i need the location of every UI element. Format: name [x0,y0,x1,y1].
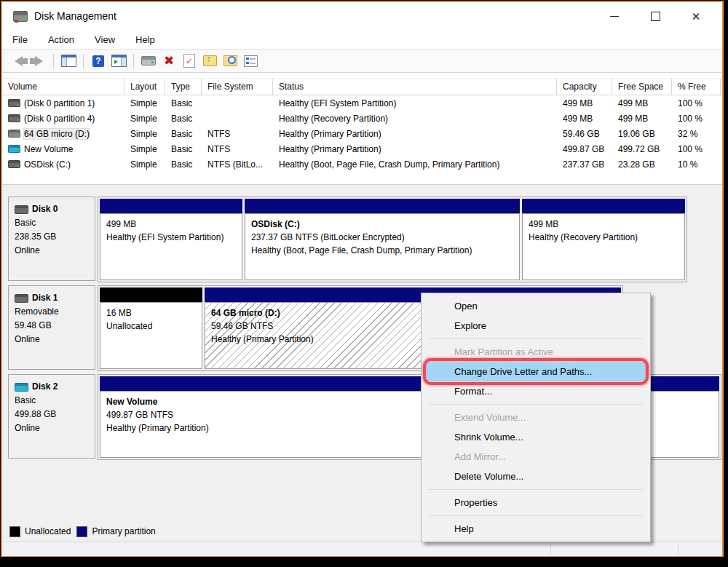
cell-type: Basic [165,126,202,141]
open-folder-icon[interactable]: ↑ [201,52,218,70]
volume-name: OSDisk (C:) [24,159,71,170]
check-document-icon[interactable]: ✓ [181,52,198,70]
menu-view[interactable]: View [95,34,115,45]
table-row[interactable]: (Disk 0 partition 4) Simple Basic Health… [2,111,722,126]
partition-status: Unallocated [106,320,196,333]
column-header-file-system[interactable]: File System [202,79,273,95]
column-header-layout[interactable]: Layout [124,79,165,95]
cell-type: Basic [165,111,202,126]
menu-item-explore[interactable]: Explore [424,316,648,336]
cell-pct-free: 10 % [672,156,721,172]
column-header-pct-free[interactable]: % Free [672,79,721,95]
partition-size: 499 MB [106,218,236,231]
maximize-button[interactable] [635,2,676,30]
menu-item-format[interactable]: Format... [424,381,648,401]
cell-type: Basic [165,95,202,111]
drive-icon [8,130,20,138]
partition-unallocated[interactable]: 16 MB Unallocated [100,288,202,369]
partition-status: Healthy (EFI System Partition) [106,231,236,244]
menu-item-add-mirror: Add Mirror... [424,447,648,467]
column-header-capacity[interactable]: Capacity [557,79,612,95]
menu-item-open[interactable]: Open [424,296,648,316]
disk1-label-panel[interactable]: Disk 1 Removable 59.48 GB Online [8,285,95,370]
rescan-disks-icon[interactable] [140,52,157,70]
disk0-label-panel[interactable]: Disk 0 Basic 238.35 GB Online [8,197,95,281]
volume-name: (Disk 0 partition 1) [24,98,95,108]
partition-efi[interactable]: 499 MB Healthy (EFI System Partition) [100,199,242,280]
menu-item-delete-volume[interactable]: Delete Volume... [424,467,648,486]
context-menu: Open Explore Mark Partition as Active Ch… [421,293,651,542]
window-title: Disk Management [34,10,116,22]
disk2-label-panel[interactable]: Disk 2 Basic 499.88 GB Online [8,374,95,459]
cell-pct-free: 100 % [672,111,721,126]
menu-separator [429,515,643,516]
help-icon[interactable]: ? [90,52,107,70]
table-row[interactable]: OSDisk (C:) Simple Basic NTFS (BitLo... … [2,156,722,172]
menu-item-change-drive-letter[interactable]: Change Drive Letter and Paths... [424,362,648,381]
menu-item-shrink-volume[interactable]: Shrink Volume... [424,427,648,447]
volume-name: 64 GB micro (D:) [24,129,90,139]
minimize-button[interactable] [594,2,635,30]
volume-name: (Disk 0 partition 4) [24,114,95,124]
maximize-icon [651,12,660,21]
column-header-status[interactable]: Status [273,79,557,95]
volume-list-header: Volume Layout Type File System Status Ca… [2,78,722,95]
disk-management-app-icon [13,11,28,22]
delete-volume-icon[interactable]: ✖ [160,52,178,70]
cell-capacity: 237.37 GB [557,156,612,172]
title-bar: Disk Management ✕ [2,2,722,30]
partition-bar [522,199,685,213]
menu-separator [429,338,643,339]
menu-item-extend-volume: Extend Volume... [424,408,648,427]
cell-capacity: 499.87 GB [557,141,612,156]
menu-item-help[interactable]: Help [424,519,648,539]
column-header-type[interactable]: Type [165,79,202,95]
disk-size: 499.88 GB [15,408,95,421]
cell-type: Basic [165,141,202,156]
menu-separator [429,404,643,405]
drive-icon [8,99,20,107]
unallocated-swatch [9,526,20,537]
partition-title: OSDisk (C:) [251,218,513,231]
menu-help[interactable]: Help [135,34,155,45]
menu-file[interactable]: File [12,34,28,45]
table-row-selected[interactable]: 64 GB micro (D:) Simple Basic NTFS Healt… [2,126,722,141]
toolbar-separator [83,54,84,68]
disk-management-window: Disk Management ✕ File Action View Help … [1,1,724,557]
primary-partition-swatch [76,526,87,537]
explore-folder-icon[interactable] [221,52,239,70]
properties-icon[interactable] [242,52,259,70]
partition-recovery[interactable]: 499 MB Healthy (Recovery Partition) [522,199,685,280]
menu-action[interactable]: Action [48,34,74,45]
cell-capacity: 59.46 GB [557,126,612,141]
cell-pct-free: 100 % [672,141,721,156]
disk-name: Disk 1 [32,291,58,305]
forward-icon[interactable] [30,52,47,70]
cell-file-system: NTFS (BitLo... [202,156,273,172]
column-header-free-space[interactable]: Free Space [612,79,672,95]
column-header-volume[interactable]: Volume [2,79,124,95]
drive-icon [8,160,20,168]
table-row[interactable]: New Volume Simple Basic NTFS Healthy (Pr… [2,141,722,156]
close-button[interactable]: ✕ [676,2,716,30]
cell-file-system: NTFS [202,126,273,141]
console-tree-icon[interactable] [60,52,77,70]
menu-item-properties[interactable]: Properties [424,493,648,512]
close-icon: ✕ [692,11,701,22]
table-row[interactable]: (Disk 0 partition 1) Simple Basic Health… [2,95,722,111]
back-icon[interactable] [9,52,27,70]
partition-osdisk-c[interactable]: OSDisk (C:) 237.37 GB NTFS (BitLocker En… [245,199,520,280]
cell-free-space: 23.28 GB [612,156,672,172]
volume-name: New Volume [24,144,73,154]
disk-type: Removable [15,305,95,319]
volume-list: Volume Layout Type File System Status Ca… [2,73,722,184]
toolbar-separator [133,54,134,68]
cell-status: Healthy (Recovery Partition) [273,111,557,126]
cell-status: Healthy (Primary Partition) [273,141,557,156]
cell-free-space: 499 MB [612,95,672,111]
action-pane-icon[interactable] [110,52,127,70]
disk-size: 238.35 GB [15,230,95,244]
cell-file-system [202,95,273,111]
disk-icon [15,294,28,303]
partition-size: 499 MB [529,218,678,231]
